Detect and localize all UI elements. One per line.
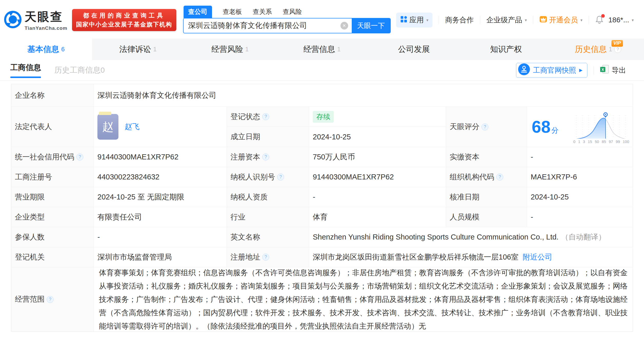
auto-translate-note: （自动翻译） — [561, 232, 606, 242]
reg-authority-label: 登记机关 — [11, 247, 94, 267]
tab-basic-info[interactable]: 基本信息 6 — [0, 39, 92, 60]
chevron-down-icon — [426, 18, 428, 23]
establish-date-label: 成立日期 — [227, 127, 309, 147]
clear-search-icon[interactable] — [340, 22, 348, 30]
crown-icon — [539, 15, 547, 25]
label-text: 统一社会信用代码 — [15, 152, 74, 162]
help-icon[interactable] — [614, 46, 621, 53]
search-tab-company[interactable]: 查公司 — [184, 6, 212, 18]
header-nav: 应用 商务合作 企业级产品 开通会员 — [396, 13, 634, 27]
table-row: 登记机关 深圳市市场监督管理局 注册地址 深圳市龙岗区坂田街道新雪社区金鹏学校后… — [11, 247, 633, 267]
search-tab-relation[interactable]: 查关系 — [253, 7, 272, 18]
export-button[interactable]: X 导出 — [600, 65, 626, 76]
subtab-business-info[interactable]: 工商信息 — [10, 62, 41, 78]
tab-legal-litigation[interactable]: 法律诉讼 1 — [92, 39, 184, 60]
label-text: 组织机构代码 — [450, 172, 494, 182]
company-type-label: 企业类型 — [11, 207, 94, 227]
taxpayer-quality-label: 纳税人资质 — [227, 187, 309, 207]
legal-rep-avatar[interactable]: 赵 — [97, 114, 118, 140]
banner-line1: 都在用的商业查询工具 — [76, 12, 172, 20]
score-number: 68 — [532, 117, 550, 137]
nav-apps[interactable]: 应用 — [396, 13, 432, 27]
help-icon[interactable] — [262, 254, 269, 261]
company-type-value: 有限责任公司 — [94, 207, 227, 227]
subtab-history-business-info[interactable]: 历史工商信息0 — [54, 65, 105, 75]
tianyancha-logo[interactable]: 天眼查 TianYanCha.com — [4, 9, 67, 31]
reg-status-label: 登记状态 — [227, 107, 309, 127]
nearby-companies-link[interactable]: 附近公司 — [522, 252, 552, 262]
table-row: 营业期限 2024-10-25 至 无固定期限 纳税人资质 - 核准日期 202… — [11, 187, 633, 207]
svg-text:X: X — [601, 68, 604, 72]
staff-size-label: 人员规模 — [446, 207, 527, 227]
search-tab-risk[interactable]: 查风险 — [283, 7, 302, 18]
reg-address-value: 深圳市龙岗区坂田街道新雪社区金鹏学校后祥乐物流一层106室 — [313, 252, 518, 262]
stamp-icon — [518, 63, 530, 77]
tab-label: 经营信息 — [303, 44, 335, 55]
tab-operation-info[interactable]: 经营信息 1 — [276, 39, 368, 60]
account-phone: 186*... — [608, 16, 629, 24]
label-text: 经营范围 — [15, 294, 45, 304]
tab-history-info[interactable]: VIP 历史信息 1 — [552, 39, 644, 60]
reg-address-cell: 深圳市龙岗区坂田街道新雪社区金鹏学校后祥乐物流一层106室 附近公司 — [309, 247, 633, 267]
table-row: 企业类型 有限责任公司 行业 体育 人员规模 - — [11, 207, 633, 227]
search-input[interactable] — [188, 22, 340, 30]
nav-open-vip[interactable]: 开通会员 — [539, 15, 582, 25]
status-badge: 存续 — [313, 111, 334, 123]
taxpayer-id-value: 91440300MAE1XR7P62 — [309, 167, 446, 187]
help-icon[interactable] — [262, 113, 269, 120]
main-tabbar: 基本信息 6 法律诉讼 1 经营风险 1 经营信息 1 公司发展 知识产权 VI… — [0, 39, 644, 60]
industry-value: 体育 — [309, 207, 446, 227]
tab-label: 基本信息 — [27, 44, 59, 55]
table-row: 参保人数 - 英文名称 Shenzhen Yunshi Riding Shoot… — [11, 227, 633, 247]
subtab-label: 工商信息 — [10, 62, 41, 73]
tab-label: 公司发展 — [398, 44, 430, 55]
reg-status-cell: 存续 — [309, 107, 446, 127]
search-button[interactable]: 天眼一下 — [352, 18, 390, 33]
help-icon[interactable] — [47, 296, 54, 303]
reg-capital-label: 注册资本 — [227, 147, 309, 167]
taxpayer-id-label: 纳税人识别号 — [227, 167, 309, 187]
logo-title: 天眼查 — [25, 9, 67, 25]
search-tab-boss[interactable]: 查老板 — [223, 7, 242, 18]
snapshot-label: 工商官网快照 — [533, 65, 576, 75]
help-icon[interactable] — [277, 174, 284, 180]
tab-company-development[interactable]: 公司发展 — [368, 39, 460, 60]
legal-rep-cell: 赵 赵飞 — [94, 107, 227, 147]
apps-grid-icon — [400, 16, 407, 25]
help-icon[interactable] — [76, 154, 83, 160]
score-value: 68 分 — [532, 117, 558, 137]
credit-code-value: 91440300MAE1XR7P62 — [94, 147, 227, 167]
company-name-value: 深圳云适骑射体育文化传播有限公司 — [94, 84, 633, 107]
help-icon[interactable] — [496, 174, 503, 180]
approval-date-label: 核准日期 — [446, 187, 527, 207]
legal-rep-link[interactable]: 赵飞 — [125, 122, 139, 132]
divider — [480, 16, 480, 24]
nav-account[interactable]: 186*... — [608, 16, 634, 24]
official-snapshot-button[interactable]: 工商官网快照 — [516, 63, 587, 78]
help-icon[interactable] — [481, 123, 488, 130]
business-scope-value: 体育赛事策划；体育竞赛组织；信息咨询服务（不含许可类信息咨询服务）；非居住房地产… — [99, 266, 628, 333]
divider — [589, 16, 589, 24]
insured-count-value: - — [94, 227, 227, 247]
staff-size-value: - — [527, 207, 633, 227]
arrow-right-icon — [579, 68, 582, 73]
notification-dot — [601, 14, 605, 18]
label-text: 天眼评分 — [450, 122, 479, 132]
label-text: 注册地址 — [230, 252, 260, 262]
help-icon[interactable] — [262, 154, 269, 160]
tab-count: 1 — [337, 46, 340, 53]
tab-intellectual-property[interactable]: 知识产权 — [460, 39, 552, 60]
insured-count-label: 参保人数 — [11, 227, 94, 247]
table-row: 统一社会信用代码 91440300MAE1XR7P62 注册资本 750万人民币… — [11, 147, 633, 167]
divider — [593, 66, 594, 75]
nav-cooperation-label: 商务合作 — [445, 15, 474, 25]
nav-cooperation[interactable]: 商务合作 — [445, 15, 474, 25]
tab-count: 1 — [153, 46, 157, 53]
nav-enterprise[interactable]: 企业级产品 — [486, 15, 527, 25]
reg-number-value: 440300223824632 — [94, 167, 227, 187]
business-scope-cell: 体育赛事策划；体育竞赛组织；信息咨询服务（不含许可类信息咨询服务）；非居住房地产… — [94, 267, 633, 331]
tab-operation-risk[interactable]: 经营风险 1 — [184, 39, 276, 60]
banner-line2: 国家中小企业发展子基金旗下机构 — [76, 21, 172, 28]
notification-bell[interactable] — [595, 15, 604, 25]
paid-capital-label: 实缴资本 — [446, 147, 527, 167]
